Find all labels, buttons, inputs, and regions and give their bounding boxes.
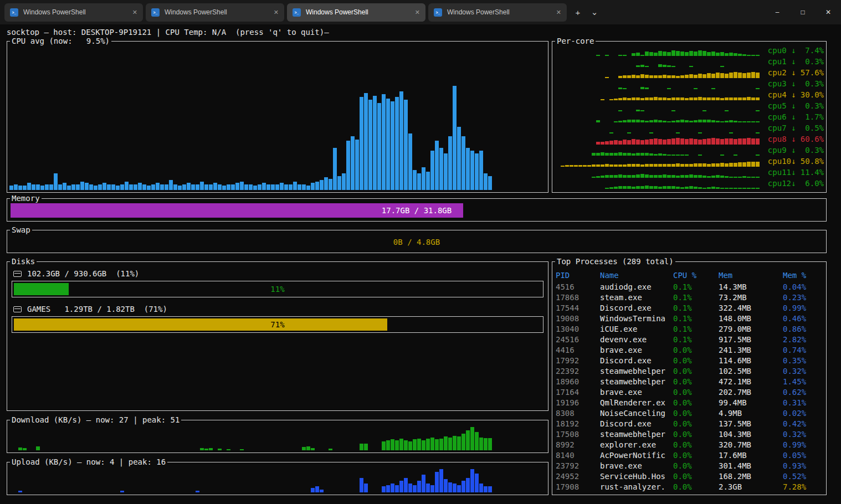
chart-bar [680,97,684,100]
process-cpu: 0.1% [673,282,719,292]
process-cpu: 0.0% [673,482,719,492]
chart-bar [461,434,465,450]
process-row[interactable]: 19196QmlRenderer.ex0.0%99.4MB0.31% [556,398,824,408]
chart-bar [578,165,582,167]
chart-bar [742,138,746,145]
chart-bar [720,73,724,78]
core-sparkline [555,146,760,156]
tab-close-icon[interactable]: ✕ [415,9,420,16]
tab[interactable]: >_Windows PowerShell✕ [146,3,284,22]
chart-bar [680,138,684,145]
chart-bar [439,469,443,492]
process-row[interactable]: 17508steamwebhelper0.0%104.3MB0.32% [556,429,824,440]
process-row[interactable]: 17908rust-analyzer.0.0%2.3GB7.28% [556,482,824,492]
chart-bar [632,75,635,78]
chart-bar [18,186,22,190]
process-table-header: PID Name CPU % Mem Mem % [556,270,824,282]
process-row[interactable]: 13040iCUE.exe0.1%279.0MB0.86% [556,324,824,335]
process-row[interactable]: 17992Discord.exe0.0%114.6MB0.35% [556,356,824,366]
chart-bar [178,186,182,190]
process-mem-percent: 0.32% [783,429,824,440]
process-row[interactable]: 8140AcPowerNotific0.0%17.6MB0.05% [556,450,824,461]
chart-bar [632,120,635,122]
tab-close-icon[interactable]: ✕ [556,9,561,16]
chart-bar [734,177,737,178]
process-row[interactable]: 17544Discord.exe0.1%322.4MB0.99% [556,303,824,313]
chart-bar [698,140,702,145]
core-sparkline [555,135,760,145]
chart-bar [667,186,671,189]
process-row[interactable]: 23792brave.exe0.0%301.4MB0.93% [556,461,824,471]
chart-bar [720,121,724,122]
tab-dropdown-button[interactable]: ⌄ [586,4,603,20]
chart-bar [729,53,733,56]
chart-bar [636,153,640,156]
chart-bar [289,184,293,190]
process-row[interactable]: 4416brave.exe0.0%241.3MB0.74% [556,345,824,356]
chart-bar [636,186,640,189]
chart-bar [747,188,751,189]
chart-bar [658,164,662,167]
process-name: WindowsTermina [600,313,673,324]
process-row[interactable]: 24516devenv.exe0.1%917.5MB2.82% [556,335,824,345]
chart-bar [196,184,199,190]
chart-bar [747,177,751,178]
process-row[interactable]: 4516audiodg.exe0.1%14.3MB0.04% [556,282,824,292]
tab-title: Windows PowerShell [23,8,128,16]
chart-bar [430,151,434,190]
chart-bar [302,184,306,190]
tab-close-icon[interactable]: ✕ [274,9,279,16]
chart-bar [649,75,653,78]
process-row[interactable]: 22392steamwebhelper0.0%102.5MB0.32% [556,366,824,377]
chart-bar [658,97,662,100]
cpu-avg-panel: CPU avg (now: 9.5%) [7,41,548,193]
chart-bar [751,121,755,122]
process-mem-percent: 0.52% [783,471,824,482]
tab[interactable]: >_Windows PowerShell✕ [428,3,567,22]
chart-bar [671,75,675,78]
chart-bar [623,97,627,100]
core-row: cpu11↓ 11.4% [555,167,824,178]
chart-bar [587,165,591,167]
chart-bar [592,153,596,156]
chart-bar [645,174,649,178]
process-row[interactable]: 24952ServiceHub.Hos0.0%168.2MB0.52% [556,471,824,482]
chart-bar [671,155,675,156]
process-row[interactable]: 8992explorer.exe0.0%320.7MB0.99% [556,440,824,450]
tab[interactable]: >_Windows PowerShell✕ [4,3,143,22]
process-name: QmlRenderer.ex [600,398,673,408]
chart-bar [725,176,729,178]
process-cpu: 0.0% [673,366,719,377]
process-cpu: 0.0% [673,408,719,419]
core-row: cpu5 ↓ 0.3% [555,100,824,111]
process-pid: 18192 [556,419,600,429]
chart-bar [605,141,609,145]
chart-bar [618,76,622,78]
process-row[interactable]: 17164brave.exe0.0%202.7MB0.62% [556,387,824,398]
close-window-button[interactable]: ✕ [816,0,841,24]
chart-bar [227,184,230,190]
tab-close-icon[interactable]: ✕ [132,9,137,16]
chart-bar [284,184,288,190]
process-row[interactable]: 8308NoiseCanceling0.0%4.9MB0.02% [556,408,824,419]
chart-bar [676,120,680,122]
process-table: PID Name CPU % Mem Mem % 4516audiodg.exe… [556,270,824,492]
chart-bar [645,97,649,100]
chart-bar [302,447,306,450]
process-row[interactable]: 17868steam.exe0.1%73.2MB0.23% [556,292,824,303]
minimize-button[interactable]: – [765,0,790,24]
process-name: brave.exe [600,345,673,356]
process-row[interactable]: 18960steamwebhelper0.0%472.1MB1.45% [556,377,824,387]
chart-bar [408,441,412,450]
chart-bar [601,176,604,178]
chart-bar [592,164,596,167]
process-row[interactable]: 18192Discord.exe0.0%137.5MB0.42% [556,419,824,429]
process-row[interactable]: 19008WindowsTermina0.1%148.0MB0.46% [556,313,824,324]
process-mem-percent: 0.99% [783,303,824,313]
maximize-button[interactable]: □ [790,0,816,24]
new-tab-button[interactable]: + [570,4,586,20]
process-mem-percent: 0.46% [783,313,824,324]
tab[interactable]: >_Windows PowerShell✕ [287,3,425,22]
process-mem-percent: 0.05% [783,450,824,461]
chart-bar [667,155,671,156]
